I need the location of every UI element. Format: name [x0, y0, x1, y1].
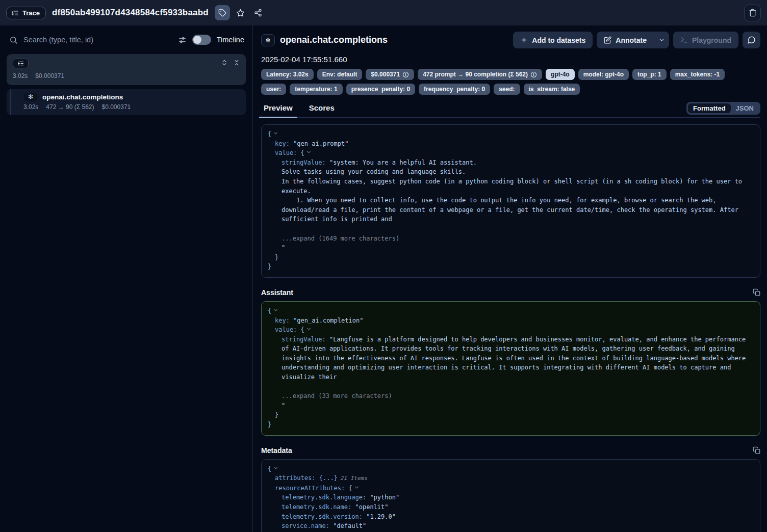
search-input[interactable]: [23, 36, 172, 44]
copy-icon: [753, 446, 760, 454]
seed-badge: seed:: [494, 84, 520, 95]
metadata-section-label: Metadata: [261, 446, 292, 455]
chevron-down-icon: [658, 37, 665, 43]
openai-icon: ✻: [261, 34, 275, 46]
annotate-dropdown-button[interactable]: [654, 32, 669, 48]
timeline-label: Timeline: [217, 36, 244, 44]
collapse-chevron-icon[interactable]: [354, 485, 359, 490]
observation-timestamp: 2025-02-04 17:55:51.660: [261, 55, 760, 64]
format-option-formatted[interactable]: Formatted: [688, 103, 731, 113]
delete-trace-button[interactable]: [744, 5, 761, 21]
prompt-code-block: { key: "gen_ai.prompt" value: { stringVa…: [261, 124, 760, 278]
trace-badge-label: Trace: [22, 9, 40, 17]
copy-icon: [753, 288, 760, 296]
presence-penalty-badge: presence_penalty: 0: [346, 84, 415, 95]
assistant-section-label: Assistant: [261, 288, 293, 297]
latency-badge: Latency: 3.02s: [261, 69, 314, 80]
add-to-datasets-label: Add to datasets: [532, 36, 585, 44]
search-row: Timeline: [0, 26, 252, 53]
tag-icon: [218, 9, 226, 17]
max-tokens-badge: max_tokens: -1: [670, 69, 725, 80]
collapse-chevron-icon[interactable]: [273, 131, 278, 136]
frequency-penalty-badge: frequency_penalty: 0: [419, 84, 490, 95]
observation-cost: $0.000371: [102, 103, 131, 111]
collapse-chevron-icon[interactable]: [306, 150, 311, 154]
comment-bubble-icon: [747, 36, 756, 44]
observation-tokens: 472 → 90 (Σ 562): [46, 103, 94, 111]
tab-scores[interactable]: Scores: [306, 102, 337, 117]
is-stream-badge: is_stream: false: [524, 84, 580, 95]
top-bar: Trace df850ab499107d4348584cf5933baabd: [0, 0, 767, 25]
assistant-code-block: { key: "gen_ai.completion" value: { stri…: [261, 301, 760, 436]
observation-name: openai.chat.completions: [42, 93, 123, 101]
badges-row-1: Latency: 3.02s Env: default $0.000371 47…: [261, 69, 760, 80]
model-badge[interactable]: gpt-4o: [546, 69, 575, 80]
pencil-square-icon: [604, 36, 611, 44]
list-tree-icon: [17, 60, 24, 67]
trace-tree-sidebar: Timeline 3.02s $0.000371: [0, 25, 253, 532]
expand-button[interactable]: ...expand (33 more characters): [282, 392, 392, 400]
assistant-string-value: "Langfuse is a platform designed to help…: [282, 336, 750, 381]
annotate-button[interactable]: Annotate: [597, 32, 654, 48]
expand-all-icon[interactable]: [221, 59, 228, 66]
expand-button[interactable]: ...expand (1649 more characters): [282, 235, 399, 242]
observation-detail-panel: ✻ openai.chat.completions Add to dataset…: [253, 25, 767, 532]
openai-icon: ✻: [23, 93, 38, 101]
annotate-label: Annotate: [616, 36, 647, 44]
trace-latency: 3.02s: [13, 72, 28, 79]
token-usage-badge[interactable]: 472 prompt → 90 completion (Σ 562): [418, 69, 542, 80]
model-param-badge: model: gpt-4o: [578, 69, 629, 80]
badges-row-2: user: temperature: 1 presence_penalty: 0…: [261, 84, 760, 95]
trash-icon: [749, 9, 757, 17]
trace-id: df850ab499107d4348584cf5933baabd: [52, 8, 209, 18]
attributes-count: 21 Items: [341, 475, 368, 482]
page-title: openai.chat.completions: [280, 35, 388, 45]
prompt-string-value: "system: You are a helpful AI assistant.…: [282, 159, 746, 223]
playground-button[interactable]: Playground: [673, 32, 738, 48]
filter-sliders-icon[interactable]: [178, 36, 187, 44]
tag-button[interactable]: [215, 5, 230, 20]
add-to-datasets-button[interactable]: Add to datasets: [513, 32, 593, 48]
metadata-code-block: { attributes: {...}21 Items resourceAttr…: [261, 459, 760, 532]
observation-latency: 3.02s: [23, 103, 38, 111]
copy-assistant-button[interactable]: [753, 288, 760, 296]
cost-badge[interactable]: $0.000371: [366, 69, 414, 80]
share-button[interactable]: [250, 5, 266, 20]
comments-button[interactable]: [743, 32, 760, 48]
list-tree-icon: [11, 9, 19, 17]
format-option-json[interactable]: JSON: [731, 103, 759, 113]
env-badge: Env: default: [317, 69, 363, 80]
toggle-knob: [193, 36, 201, 44]
expand-attributes[interactable]: {...}: [319, 474, 338, 482]
collapse-chevron-icon[interactable]: [273, 308, 278, 312]
preview-tabs: Preview Scores Formatted JSON: [261, 102, 760, 118]
collapse-chevron-icon[interactable]: [273, 466, 278, 470]
format-toggle: Formatted JSON: [686, 102, 760, 115]
info-icon: [402, 71, 409, 78]
search-icon: [9, 36, 18, 44]
info-icon: [530, 71, 537, 78]
share-icon: [254, 9, 262, 17]
timeline-toggle[interactable]: [192, 35, 211, 45]
collapse-all-icon[interactable]: [233, 59, 240, 66]
trace-cost: $0.000371: [35, 72, 64, 79]
trace-type-badge: Trace: [6, 7, 46, 19]
star-button[interactable]: [233, 5, 248, 20]
top-p-badge: top_p: 1: [632, 69, 667, 80]
terminal-icon: [680, 36, 688, 44]
trace-root-item[interactable]: 3.02s $0.000371: [7, 54, 246, 85]
copy-metadata-button[interactable]: [753, 446, 760, 454]
playground-label: Playground: [692, 36, 731, 44]
star-icon: [236, 9, 245, 17]
temperature-badge: temperature: 1: [290, 84, 342, 95]
plus-icon: [520, 36, 528, 44]
trace-root-badge: [13, 59, 29, 68]
collapse-chevron-icon[interactable]: [306, 327, 311, 331]
user-badge: user:: [261, 84, 286, 95]
tab-preview[interactable]: Preview: [261, 102, 295, 117]
observation-item[interactable]: ✻ openai.chat.completions 3.02s 472 → 90…: [7, 89, 246, 115]
